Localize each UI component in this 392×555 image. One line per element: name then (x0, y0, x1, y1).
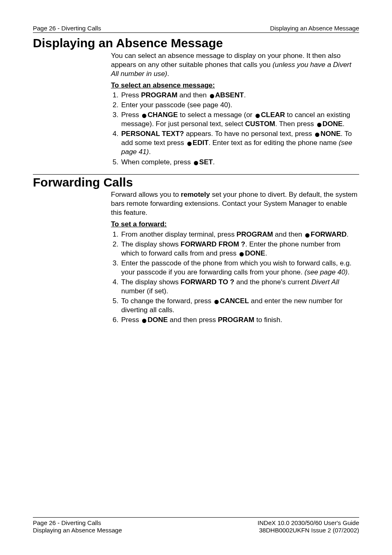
svg-point-10 (142, 319, 146, 323)
intro-paragraph: You can select an absence message to dis… (111, 51, 359, 78)
svg-point-9 (214, 300, 219, 304)
intro-paragraph: Forward allows you to remotely set your … (111, 190, 359, 217)
text-run: . Enter text as for editing the phone na… (209, 139, 339, 147)
text-run: CLEAR (261, 111, 285, 119)
step-item: Press DONE and then press PROGRAM to fin… (120, 315, 359, 325)
text-run: . (149, 148, 151, 156)
step-item: Enter your passcode (see page 40). (120, 101, 359, 110)
steps-list: From another display terminal, press PRO… (111, 230, 359, 325)
svg-point-7 (305, 233, 309, 237)
document-page: Page 26 - Diverting Calls Displaying an … (0, 0, 392, 555)
text-run: CANCEL (220, 297, 249, 305)
text-run: CHANGE (148, 111, 178, 119)
text-run: to finish. (254, 316, 282, 324)
display-key-icon (239, 251, 244, 257)
display-key-icon (314, 132, 320, 138)
step-item: Press CHANGE to select a message (or CLE… (120, 111, 359, 129)
text-run: (see page 40) (304, 268, 348, 276)
footer-left-line2: Displaying an Absence Message (33, 527, 122, 534)
text-run: . Then press (275, 120, 316, 128)
text-run: When complete, press (121, 158, 193, 166)
text-run: PERSONAL TEXT? (121, 130, 184, 138)
step-item: The display shows FORWARD TO ? and the p… (120, 278, 359, 296)
svg-point-5 (187, 142, 191, 146)
text-run: remotely (181, 191, 210, 198)
running-header: Page 26 - Diverting Calls Displaying an … (33, 25, 359, 33)
svg-point-8 (240, 252, 244, 256)
content-area: Displaying an Absence MessageYou can sel… (33, 35, 359, 325)
step-item: The display shows FORWARD FROM ?. Enter … (120, 240, 359, 258)
section: Displaying an Absence MessageYou can sel… (33, 35, 359, 167)
text-run: Press (121, 111, 141, 119)
text-run: . (265, 249, 267, 257)
text-run: The display shows (121, 278, 181, 286)
step-item: Enter the passcode of the phone from whi… (120, 259, 359, 277)
text-run: . (167, 70, 169, 78)
text-run: Divert All (311, 278, 339, 286)
text-run: and then (178, 91, 209, 99)
section: Forwarding CallsForward allows you to re… (33, 174, 359, 325)
svg-point-1 (142, 114, 146, 118)
text-run: . (343, 120, 345, 128)
step-item: PERSONAL TEXT? appears. To have no perso… (120, 129, 359, 157)
header-right: Displaying an Absence Message (270, 25, 359, 32)
display-key-icon (141, 113, 147, 119)
step-item: From another display terminal, press PRO… (120, 230, 359, 239)
text-run: appears. To have no personal text, press (184, 130, 314, 138)
footer-right-line2: 38DHB0002UKFN Issue 2 (07/2002) (259, 527, 359, 534)
text-run: Forward allows you to (111, 191, 181, 198)
display-key-icon (187, 141, 192, 147)
procedure-heading: To select an absence message: (111, 81, 359, 90)
text-run: ABSENT (215, 91, 244, 99)
text-run: SET (199, 158, 213, 166)
section-title: Displaying an Absence Message (33, 35, 359, 51)
text-run: . (348, 268, 350, 276)
section-body: Forward allows you to remotely set your … (111, 190, 359, 325)
text-run: and then press (168, 316, 218, 324)
text-run: NONE (321, 130, 341, 138)
text-run: The display shows (121, 240, 181, 248)
text-run: CUSTOM (245, 120, 275, 128)
text-run: PROGRAM (218, 316, 254, 324)
text-run: Press (121, 316, 141, 324)
text-run: and then (273, 230, 304, 238)
step-item: To change the forward, press CANCEL and … (120, 297, 359, 315)
text-run: Enter your passcode (see page 40). (121, 101, 232, 109)
text-run: and the phone's current (234, 278, 311, 286)
display-key-icon (214, 299, 219, 305)
display-key-icon (316, 122, 322, 128)
text-run: DONE (148, 316, 168, 324)
section-title: Forwarding Calls (33, 175, 359, 190)
text-run: FORWARD (311, 230, 347, 238)
text-run: To change the forward, press (121, 297, 213, 305)
text-run: DONE (323, 120, 343, 128)
steps-list: Press PROGRAM and then ABSENT.Enter your… (111, 91, 359, 167)
text-run: PROGRAM (141, 91, 178, 99)
svg-point-2 (256, 114, 260, 118)
footer-right-line1: INDeX 10.0 2030/50/60 User's Guide (258, 519, 359, 527)
text-run: From another display terminal, press (121, 230, 237, 238)
display-key-icon (255, 113, 261, 119)
text-run: Press (121, 91, 141, 99)
text-run: . (213, 158, 215, 166)
text-run: . (244, 91, 246, 99)
text-run: to select a message (or (178, 111, 254, 119)
display-key-icon (209, 93, 215, 99)
footer-left-line1: Page 26 - Diverting Calls (33, 519, 101, 527)
svg-point-6 (194, 161, 198, 165)
step-item: When complete, press SET. (120, 158, 359, 167)
text-run: number (if set). (121, 287, 168, 295)
header-left: Page 26 - Diverting Calls (33, 25, 101, 32)
step-item: Press PROGRAM and then ABSENT. (120, 91, 359, 100)
section-body: You can select an absence message to dis… (111, 51, 359, 167)
text-run: PROGRAM (237, 230, 273, 238)
display-key-icon (304, 233, 310, 238)
text-run: FORWARD FROM ? (181, 240, 245, 248)
procedure-heading: To set a forward: (111, 220, 359, 229)
text-run: DONE (245, 249, 265, 257)
svg-point-4 (315, 133, 319, 137)
display-key-icon (193, 160, 199, 166)
text-run: . (347, 230, 349, 238)
svg-point-3 (317, 123, 321, 127)
text-run: FORWARD TO ? (181, 278, 235, 286)
